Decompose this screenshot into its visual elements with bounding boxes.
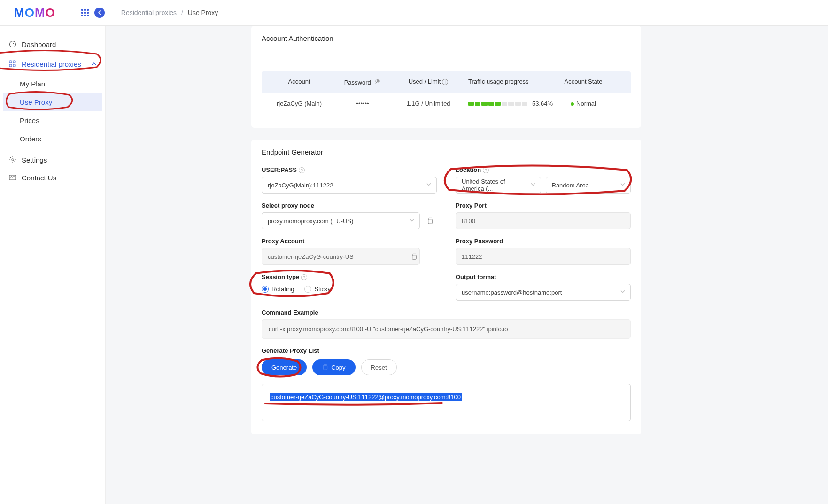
label-generate-list: Generate Proxy List <box>262 347 631 354</box>
svg-point-5 <box>12 159 14 161</box>
apps-grid-icon[interactable] <box>81 9 89 16</box>
copy-icon <box>322 364 328 371</box>
info-icon: i <box>442 79 448 85</box>
svg-point-7 <box>11 176 12 178</box>
chevron-down-icon <box>409 217 415 225</box>
chevron-up-icon <box>91 60 97 68</box>
progress-percent: 53.64% <box>532 100 553 107</box>
cell-state: Normal <box>553 100 614 107</box>
help-icon[interactable]: ? <box>301 274 307 280</box>
label-proxy-password: Proxy Password <box>456 238 631 245</box>
copy-icon[interactable] <box>423 212 437 229</box>
help-icon[interactable]: ? <box>299 167 305 173</box>
sidebar-sub-use-proxy[interactable]: Use Proxy <box>3 93 102 111</box>
col-password: Password <box>332 78 393 86</box>
command-example-box: curl -x proxy.momoproxy.com:8100 -U "cus… <box>262 319 631 339</box>
account-table-header: Account Password Used / Limiti Traffic u… <box>262 71 631 93</box>
status-dot-icon <box>571 102 574 106</box>
field-proxy-account: customer-rjeZaCyG-country-US <box>262 248 420 265</box>
id-card-icon <box>8 173 17 182</box>
breadcrumb-current: Use Proxy <box>188 9 218 16</box>
account-table-row: rjeZaCyG (Main) •••••• 1.1G / Unlimited … <box>262 93 631 115</box>
sidebar-sub-prices[interactable]: Prices <box>0 111 105 130</box>
svg-rect-2 <box>13 61 15 63</box>
sidebar-sub-my-plan[interactable]: My Plan <box>0 75 105 93</box>
sidebar-item-settings[interactable]: Settings <box>0 151 105 169</box>
col-progress: Traffic usage progress <box>464 78 553 86</box>
select-proxy-node[interactable]: proxy.momoproxy.com (EU-US) <box>262 212 420 229</box>
label-proxy-node: Select proxy node <box>262 202 437 209</box>
sidebar-label: Prices <box>20 116 39 124</box>
copy-icon[interactable] <box>407 248 421 265</box>
sidebar-label: Use Proxy <box>20 98 52 106</box>
proxy-list-output[interactable]: customer-rjeZaCyG-country-US:111222@prox… <box>262 384 631 421</box>
help-icon[interactable]: ? <box>483 167 489 173</box>
progress-bar: 53.64% <box>468 100 553 107</box>
sidebar-label: Dashboard <box>22 40 56 48</box>
col-state: Account State <box>553 78 614 86</box>
label-location: Location? <box>456 166 631 173</box>
radio-icon <box>262 286 269 293</box>
sidebar-label: Settings <box>22 156 47 164</box>
eye-off-icon[interactable] <box>374 79 381 86</box>
gauge-icon <box>8 40 17 48</box>
chevron-down-icon <box>530 182 536 189</box>
chevron-down-icon <box>426 182 432 189</box>
grid-dots-icon <box>8 60 17 68</box>
radio-rotating[interactable]: Rotating <box>262 286 294 293</box>
breadcrumb-parent[interactable]: Residential proxies <box>121 9 177 16</box>
svg-rect-1 <box>9 61 12 63</box>
svg-rect-3 <box>9 64 12 67</box>
sidebar-item-residential-proxies[interactable]: Residential proxies <box>0 53 105 75</box>
sidebar-label: Contact Us <box>22 174 56 182</box>
sidebar-label: Orders <box>20 135 41 143</box>
breadcrumb: Residential proxies / Use Proxy <box>121 9 218 16</box>
svg-rect-10 <box>412 255 416 259</box>
sidebar-label: Residential proxies <box>22 60 81 68</box>
logo: MOMO <box>14 6 55 20</box>
collapse-sidebar-button[interactable] <box>94 8 105 18</box>
proxy-list-line: customer-rjeZaCyG-country-US:111222@prox… <box>270 393 462 401</box>
cell-account: rjeZaCyG (Main) <box>266 100 332 107</box>
label-userpass: USER:PASS? <box>262 166 437 173</box>
generate-button[interactable]: Generate <box>262 359 307 375</box>
sidebar-item-contact[interactable]: Contact Us <box>0 169 105 186</box>
cell-password: •••••• <box>332 100 393 107</box>
radio-sticky[interactable]: Sticky <box>304 286 331 293</box>
label-command-example: Command Example <box>262 309 631 316</box>
svg-rect-4 <box>13 64 15 67</box>
svg-rect-9 <box>428 219 432 223</box>
sidebar-item-dashboard[interactable]: Dashboard <box>0 35 105 53</box>
sidebar-label: My Plan <box>20 80 45 88</box>
sidebar-sub-orders[interactable]: Orders <box>0 130 105 148</box>
field-proxy-password: 111222 <box>456 248 631 265</box>
label-proxy-account: Proxy Account <box>262 238 437 245</box>
col-account: Account <box>266 78 332 86</box>
svg-rect-6 <box>9 175 16 180</box>
select-area[interactable]: Random Area <box>546 177 631 194</box>
reset-button[interactable]: Reset <box>361 359 397 375</box>
label-session-type: Session type? <box>262 273 437 280</box>
svg-rect-11 <box>324 366 327 370</box>
chevron-down-icon <box>620 182 626 189</box>
gear-icon <box>8 155 17 164</box>
select-country[interactable]: United States of America (... <box>456 177 541 194</box>
col-used-limit: Used / Limiti <box>393 78 464 86</box>
copy-button[interactable]: Copy <box>312 359 355 375</box>
label-output-format: Output format <box>456 273 631 280</box>
select-userpass[interactable]: rjeZaCyG(Main):111222 <box>262 177 437 194</box>
panel-title-generator: Endpoint Generator <box>262 148 631 156</box>
label-proxy-port: Proxy Port <box>456 202 631 209</box>
radio-icon <box>304 286 311 293</box>
select-output-format[interactable]: username:password@hostname:port <box>456 284 631 301</box>
panel-title-account: Account Authentication <box>262 34 631 42</box>
field-proxy-port: 8100 <box>456 212 631 229</box>
cell-used-limit: 1.1G / Unlimited <box>393 100 464 107</box>
chevron-down-icon <box>620 289 626 296</box>
